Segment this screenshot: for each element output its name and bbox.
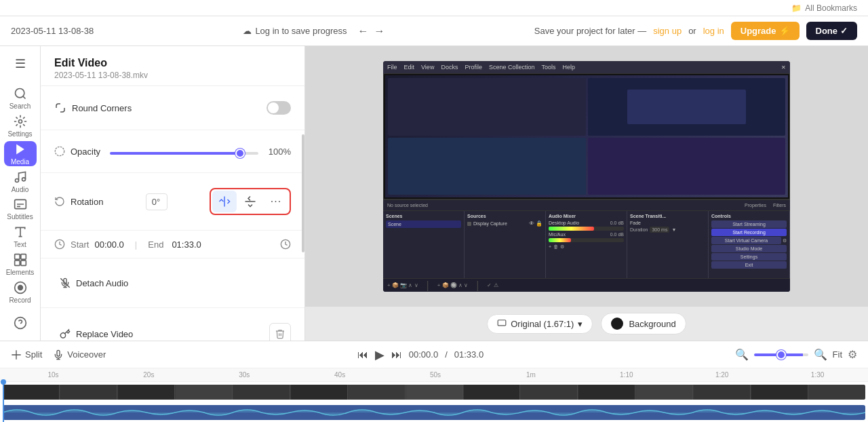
sidebar-item-settings[interactable]: Settings xyxy=(4,114,37,139)
split-icon xyxy=(11,349,22,360)
round-corners-toggle[interactable] xyxy=(267,101,291,115)
rotation-value-field: 0° xyxy=(146,193,167,210)
save-progress-label: Log in to save progress xyxy=(255,26,347,36)
ruler-mark-1m: 1m xyxy=(483,371,578,379)
svg-rect-6 xyxy=(20,254,26,260)
rotation-controls-group: ··· xyxy=(210,188,291,215)
voiceover-label: Voiceover xyxy=(67,349,106,360)
replace-video-btn[interactable]: Replace Video xyxy=(54,324,138,341)
time-divider: | xyxy=(135,239,137,250)
sidebar-record-label: Record xyxy=(9,296,31,304)
aspect-label: Original (1.67:1) xyxy=(511,319,574,329)
panel-scrollbar[interactable] xyxy=(302,134,304,252)
bookmarks-icon: 📁 xyxy=(791,3,802,13)
playhead[interactable] xyxy=(3,382,4,422)
nav-forward-btn[interactable]: → xyxy=(374,25,385,37)
sidebar-item-hamburger[interactable]: ☰ xyxy=(4,52,37,77)
signup-link[interactable]: sign up xyxy=(653,26,682,36)
sidebar-item-help[interactable] xyxy=(4,310,37,335)
done-button[interactable]: Done ✓ xyxy=(806,22,858,40)
svg-rect-5 xyxy=(14,254,20,260)
opacity-label: Opacity xyxy=(71,147,100,157)
svg-point-12 xyxy=(55,147,64,155)
ruler-mark-10s: 10s xyxy=(5,371,101,379)
start-value: 00:00.0 xyxy=(94,239,123,250)
time-separator: / xyxy=(445,349,448,360)
zoom-in-btn[interactable]: 🔍 xyxy=(814,348,827,361)
detach-audio-btn[interactable]: Detach Audio xyxy=(54,273,134,292)
ruler-mark-20s: 20s xyxy=(101,371,197,379)
rotation-flip-h-btn[interactable] xyxy=(212,191,237,212)
rotation-label: Rotation xyxy=(71,197,103,207)
svg-point-0 xyxy=(15,89,24,98)
aspect-icon xyxy=(497,319,507,328)
mic-icon xyxy=(53,349,64,360)
play-btn[interactable]: ▶ xyxy=(375,347,384,362)
login-link[interactable]: log in xyxy=(703,26,724,36)
filename-label: 2023-05-11 13-08-38 xyxy=(11,26,94,36)
sidebar-text-label: Text xyxy=(14,241,26,248)
sidebar-item-text[interactable]: Text xyxy=(4,225,37,250)
rotation-flip-v-btn[interactable] xyxy=(238,191,262,212)
svg-rect-7 xyxy=(14,261,20,266)
bookmarks-label: All Bookmarks xyxy=(805,3,857,13)
fit-btn[interactable]: Fit xyxy=(833,349,842,360)
sidebar-item-elements[interactable]: Elements xyxy=(4,252,37,277)
zoom-slider[interactable] xyxy=(754,353,808,356)
svg-rect-16 xyxy=(498,320,506,326)
aspect-ratio-btn[interactable]: Original (1.67:1) ▾ xyxy=(487,314,593,334)
video-track-row xyxy=(0,382,868,402)
fit-label: Fit xyxy=(833,349,842,360)
rotation-icon xyxy=(54,196,65,207)
ruler-mark-1-10: 1:10 xyxy=(578,371,674,379)
opacity-slider[interactable] xyxy=(110,152,258,155)
rotation-more-btn[interactable]: ··· xyxy=(264,191,288,212)
sidebar-item-record[interactable]: Record xyxy=(4,280,37,305)
video-track[interactable] xyxy=(3,385,865,400)
sidebar-media-label: Media xyxy=(11,158,29,166)
timeline-settings-btn[interactable]: ⚙ xyxy=(848,348,857,361)
svg-point-2 xyxy=(15,178,18,182)
background-label: Background xyxy=(629,319,675,329)
split-btn[interactable]: Split xyxy=(11,349,42,360)
audio-track[interactable] xyxy=(3,405,865,420)
trash-icon xyxy=(275,328,285,339)
sidebar-item-media[interactable]: Media xyxy=(4,141,37,166)
audio-track-row xyxy=(0,402,868,422)
split-label: Split xyxy=(25,349,42,360)
skip-forward-btn[interactable]: ⏭ xyxy=(391,349,402,361)
save-progress-btn[interactable]: ☁ Log in to save progress xyxy=(243,26,347,36)
end-value: 01:33.0 xyxy=(172,239,201,250)
ruler-mark-1-30: 1:30 xyxy=(770,371,865,379)
lightning-icon: ⚡ xyxy=(779,26,790,36)
sidebar-subtitles-label: Subtitles xyxy=(7,213,33,220)
sidebar-item-audio[interactable]: Audio xyxy=(4,169,37,194)
sidebar-elements-label: Elements xyxy=(6,269,35,276)
sidebar-item-subtitles[interactable]: Subtitles xyxy=(4,197,37,222)
sidebar-search-label: Search xyxy=(9,102,31,110)
detach-audio-label: Detach Audio xyxy=(76,278,128,288)
ruler-mark-40s: 40s xyxy=(292,371,388,379)
ruler-mark-30s: 30s xyxy=(197,371,292,379)
replace-video-label: Replace Video xyxy=(76,329,133,339)
svg-point-10 xyxy=(18,285,22,290)
replace-icon xyxy=(60,328,71,339)
time-current: 00:00.0 xyxy=(409,349,438,360)
zoom-out-btn[interactable]: 🔍 xyxy=(735,348,749,361)
opacity-value: 100% xyxy=(267,147,291,157)
background-color-swatch xyxy=(611,318,623,330)
voiceover-btn[interactable]: Voiceover xyxy=(53,349,106,360)
skip-back-btn[interactable]: ⏮ xyxy=(357,349,368,361)
detach-icon xyxy=(60,277,71,288)
background-btn[interactable]: Background xyxy=(601,313,686,334)
sidebar-item-search[interactable]: Search xyxy=(4,86,37,111)
nav-back-btn[interactable]: ← xyxy=(358,25,369,37)
upgrade-button[interactable]: Upgrade ⚡ xyxy=(731,22,800,40)
start-label: Start xyxy=(71,239,89,250)
delete-video-btn[interactable] xyxy=(269,323,291,341)
opacity-icon xyxy=(54,146,65,157)
round-corners-label: Round Corners xyxy=(72,103,132,113)
panel-subtitle: 2023-05-11 13-08-38.mkv xyxy=(54,71,291,80)
or-label: or xyxy=(688,26,696,36)
ruler-mark-50s: 50s xyxy=(388,371,484,379)
